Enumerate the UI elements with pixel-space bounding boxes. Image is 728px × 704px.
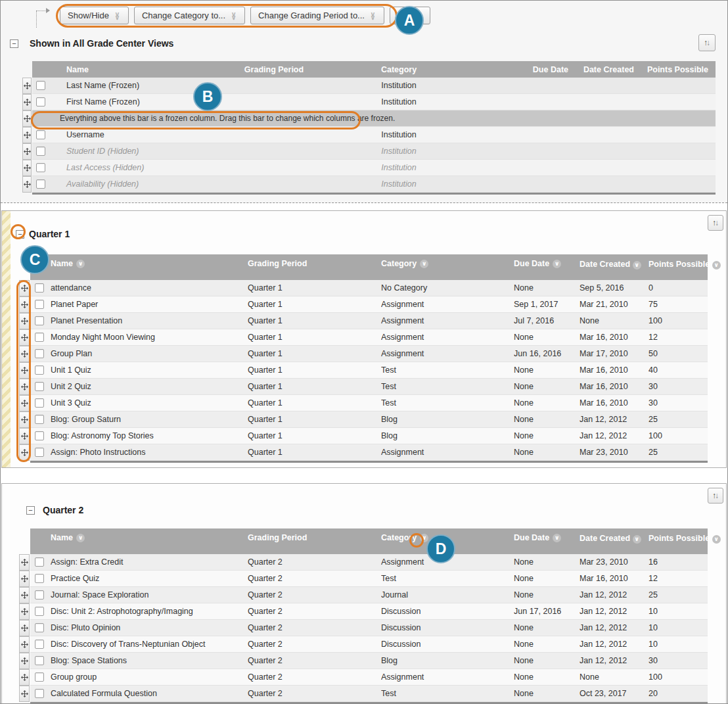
sort-chevron-icon[interactable] — [420, 260, 428, 268]
move-handle-icon[interactable] — [19, 379, 30, 395]
keyboard-reorder-button[interactable]: ↑↓ — [708, 215, 723, 231]
cell-name: Disc: Pluto Opinion — [51, 623, 248, 632]
move-handle-icon[interactable] — [19, 571, 30, 587]
move-handle-icon[interactable] — [19, 411, 30, 428]
column-header[interactable]: Due Date — [514, 259, 580, 268]
change-grading-period-button[interactable]: Change Grading Period to... — [250, 7, 384, 24]
row-checkbox[interactable] — [30, 623, 51, 632]
move-handle-icon[interactable] — [22, 160, 32, 176]
move-handle-icon[interactable] — [19, 313, 30, 329]
move-handle-icon[interactable] — [22, 94, 32, 110]
row-checkbox[interactable] — [32, 97, 52, 106]
column-header[interactable]: Due Date — [514, 533, 580, 542]
row-checkbox[interactable] — [30, 382, 51, 391]
show-hide-button[interactable]: Show/Hide — [60, 7, 129, 24]
row-checkbox[interactable] — [30, 574, 51, 583]
row-checkbox[interactable] — [30, 672, 51, 682]
frozen-divider-bar[interactable]: Everything above this bar is a frozen co… — [32, 110, 716, 127]
row-checkbox[interactable] — [30, 590, 51, 599]
cell-category: No Category — [381, 283, 514, 293]
cell-points-possible: 0 — [648, 283, 707, 293]
sort-chevron-icon[interactable] — [633, 261, 641, 270]
move-handle-icon[interactable] — [22, 78, 32, 94]
move-handle-icon[interactable] — [19, 329, 30, 346]
sort-chevron-icon[interactable] — [76, 534, 85, 542]
move-handle-icon[interactable] — [19, 346, 30, 362]
column-header[interactable]: Category — [381, 259, 514, 268]
move-handle-icon[interactable] — [19, 395, 30, 411]
column-header[interactable]: Name — [30, 259, 248, 268]
row-checkbox[interactable] — [30, 431, 51, 440]
column-header[interactable]: Date Created — [580, 259, 648, 270]
sort-chevron-icon[interactable] — [712, 535, 721, 544]
column-header[interactable]: Date Created — [580, 533, 648, 544]
move-handle-icon[interactable] — [22, 143, 32, 160]
delete-button[interactable]: Delete — [390, 7, 430, 24]
change-category-button[interactable]: Change Category to... — [134, 7, 245, 24]
sort-chevron-icon[interactable] — [420, 534, 428, 542]
row-checkbox[interactable] — [30, 656, 51, 665]
column-header[interactable]: Points Possible — [648, 533, 707, 544]
move-handle-icon[interactable] — [19, 603, 30, 620]
row-checkbox[interactable] — [30, 415, 51, 424]
move-handle-icon[interactable] — [19, 296, 30, 313]
collapse-toggle-icon[interactable] — [16, 230, 24, 239]
row-checkbox[interactable] — [30, 283, 51, 293]
keyboard-reorder-button[interactable]: ↑↓ — [708, 488, 723, 504]
sort-chevron-icon[interactable] — [553, 260, 561, 268]
row-checkbox[interactable] — [30, 607, 51, 616]
column-header: Grading Period — [248, 259, 381, 268]
cell-category: Institution — [334, 97, 466, 106]
row-checkbox[interactable] — [32, 130, 52, 139]
row-checkbox[interactable] — [30, 640, 51, 649]
move-handle-icon[interactable] — [19, 280, 30, 296]
column-header[interactable]: Category — [381, 533, 514, 542]
collapse-toggle-icon[interactable] — [26, 506, 35, 515]
cell-due-date: None — [514, 431, 580, 440]
table-row: Planet Presentation Quarter 1 Assignment… — [19, 313, 708, 329]
keyboard-reorder-button[interactable]: ↑↓ — [698, 34, 716, 51]
cell-grading-period: Quarter 2 — [248, 574, 381, 583]
row-checkbox[interactable] — [32, 147, 52, 156]
row-checkbox[interactable] — [32, 163, 52, 172]
row-checkbox[interactable] — [30, 398, 51, 408]
move-handle-icon[interactable] — [19, 686, 30, 702]
chevron-down-icon — [230, 12, 237, 19]
move-handle-icon[interactable] — [19, 444, 30, 461]
row-checkbox[interactable] — [30, 365, 51, 375]
row-checkbox[interactable] — [30, 557, 51, 567]
cell-name: Username — [52, 130, 216, 139]
row-checkbox[interactable] — [30, 448, 51, 457]
cell-category: Assignment — [381, 557, 514, 567]
move-handle-icon[interactable] — [19, 428, 30, 444]
move-handle-icon[interactable] — [19, 620, 30, 636]
row-checkbox[interactable] — [30, 316, 51, 325]
row-checkbox[interactable] — [30, 349, 51, 358]
row-checkbox[interactable] — [30, 333, 51, 342]
move-handle-icon[interactable] — [19, 587, 30, 603]
move-handle-icon[interactable] — [19, 653, 30, 669]
sort-chevron-icon[interactable] — [553, 534, 561, 542]
move-handle-icon[interactable] — [19, 554, 30, 571]
move-handle-icon[interactable] — [19, 669, 30, 686]
collapse-toggle-icon[interactable] — [10, 39, 18, 48]
sort-chevron-icon[interactable] — [76, 260, 85, 268]
row-checkbox[interactable] — [30, 300, 51, 309]
column-header[interactable]: Points Possible — [648, 259, 707, 270]
move-handle-icon[interactable] — [22, 176, 32, 193]
sort-chevron-icon[interactable] — [712, 261, 721, 270]
table-row: Last Access (Hidden) Institution — [22, 160, 716, 176]
move-handle-icon[interactable] — [19, 636, 30, 653]
row-checkbox[interactable] — [32, 81, 52, 90]
column-header[interactable]: Name — [30, 533, 248, 542]
move-handle-icon[interactable] — [22, 110, 32, 127]
cell-name: Calculated Formula Question — [51, 689, 248, 698]
cell-category: Discussion — [381, 623, 514, 632]
move-handle-icon[interactable] — [19, 362, 30, 379]
row-checkbox[interactable] — [32, 179, 52, 189]
row-checkbox[interactable] — [30, 689, 51, 698]
sort-chevron-icon[interactable] — [633, 535, 641, 544]
move-handle-icon[interactable] — [22, 127, 32, 143]
cell-category: Assignment — [381, 333, 514, 342]
cell-category: Test — [381, 382, 514, 391]
